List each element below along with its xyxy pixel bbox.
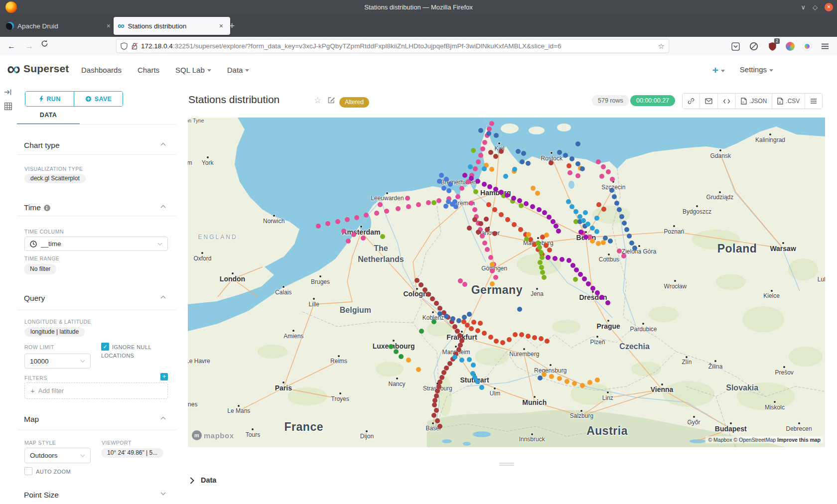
lonlat-value[interactable]: longitude | latitude bbox=[24, 327, 85, 337]
run-button[interactable]: RUN bbox=[25, 92, 74, 106]
map-label: Leeuwarden bbox=[371, 195, 404, 202]
reload-button[interactable] bbox=[41, 40, 54, 53]
row-limit-select[interactable]: 10000 bbox=[24, 354, 91, 369]
time-column-select[interactable]: __time bbox=[24, 237, 168, 251]
bookmark-star-icon[interactable]: ☆ bbox=[658, 42, 665, 51]
nav-charts[interactable]: Charts bbox=[134, 66, 171, 74]
add-new-button[interactable]: + bbox=[712, 64, 725, 76]
city-dot bbox=[416, 288, 418, 290]
extension-circle-icon[interactable] bbox=[748, 40, 760, 52]
station-point bbox=[621, 253, 626, 258]
station-point bbox=[422, 287, 427, 292]
station-point bbox=[450, 316, 455, 321]
station-point bbox=[516, 149, 521, 154]
pocket-icon[interactable] bbox=[729, 40, 741, 52]
station-point bbox=[503, 174, 508, 179]
tab-data[interactable]: DATA bbox=[17, 112, 80, 119]
altered-badge[interactable]: Altered bbox=[339, 97, 369, 108]
station-point bbox=[547, 248, 552, 252]
auto-zoom-checkbox[interactable] bbox=[24, 467, 32, 475]
chevron-down-icon bbox=[80, 360, 85, 363]
settings-menu[interactable]: Settings bbox=[740, 65, 773, 74]
ublock-shield-icon[interactable]: 2 bbox=[766, 40, 778, 52]
extension-pinwheel-icon[interactable] bbox=[801, 40, 813, 52]
window-maximize-button[interactable]: ◇ bbox=[813, 3, 818, 11]
new-tab-button[interactable]: + bbox=[229, 20, 235, 31]
profile-avatar-icon[interactable] bbox=[784, 40, 796, 52]
section-chart-type[interactable]: Chart type bbox=[24, 141, 60, 150]
viewport-value[interactable]: 10° 24' 49.86" | 5... bbox=[101, 448, 163, 458]
datasource-grid-icon[interactable] bbox=[4, 102, 13, 111]
edit-properties-icon[interactable] bbox=[327, 96, 335, 104]
time-range-label: TIME RANGE bbox=[24, 255, 59, 261]
station-point bbox=[493, 275, 498, 280]
nav-data[interactable]: Data bbox=[223, 66, 262, 74]
viz-type-value[interactable]: deck.gl Scatterplot bbox=[24, 174, 86, 183]
city-dot bbox=[638, 245, 640, 247]
mapbox-attribution-link[interactable]: © Mapbox bbox=[708, 437, 732, 443]
osm-attribution-link[interactable]: © OpenStreetMap bbox=[733, 437, 776, 443]
improve-map-link[interactable]: Improve this map bbox=[777, 437, 821, 443]
window-close-button[interactable]: × bbox=[825, 3, 833, 11]
resize-drag-handle[interactable] bbox=[499, 463, 514, 466]
station-point bbox=[563, 153, 568, 158]
export-csv-button[interactable]: .CSV bbox=[772, 94, 805, 109]
station-point bbox=[617, 249, 622, 253]
superset-logo[interactable]: ∞ Superset bbox=[7, 61, 69, 76]
save-button[interactable]: SAVE bbox=[74, 92, 123, 106]
plus-circle-icon bbox=[85, 96, 92, 102]
embed-code-button[interactable] bbox=[717, 94, 735, 109]
map-label: Miskolc bbox=[765, 404, 785, 411]
forward-button[interactable]: → bbox=[23, 40, 36, 53]
station-point bbox=[526, 334, 531, 339]
tab-apache-druid[interactable]: Apache Druid × bbox=[2, 17, 118, 35]
section-map[interactable]: Map bbox=[24, 415, 39, 424]
back-button[interactable]: ← bbox=[5, 40, 18, 53]
station-point bbox=[574, 267, 579, 272]
station-point bbox=[629, 241, 634, 246]
deckgl-scatterplot-map[interactable]: on TynemYorkENGLANDNorwichOxfordLondonCa… bbox=[188, 118, 825, 447]
mapbox-logo[interactable]: m mapbox bbox=[192, 430, 234, 440]
url-bar[interactable]: 172.18.0.4:32251/superset/explore/?form_… bbox=[117, 39, 669, 53]
map-label: Germany bbox=[471, 283, 523, 297]
share-link-button[interactable] bbox=[683, 94, 699, 109]
tab-stations-distribution[interactable]: ∞ Stations distribution × bbox=[114, 17, 230, 35]
tab-close-icon[interactable]: × bbox=[104, 22, 114, 30]
ignore-null-checkbox[interactable]: ✓ bbox=[101, 343, 109, 351]
time-range-value[interactable]: No filter bbox=[24, 264, 56, 274]
city-dot bbox=[596, 336, 598, 338]
section-query[interactable]: Query bbox=[24, 294, 45, 303]
chart-menu-button[interactable] bbox=[805, 94, 822, 109]
data-panel-row[interactable]: Data bbox=[176, 472, 837, 492]
station-point bbox=[444, 314, 449, 319]
add-filter-plus-button[interactable]: + bbox=[160, 373, 168, 380]
menu-hamburger-icon[interactable] bbox=[819, 40, 831, 52]
station-point bbox=[577, 214, 582, 219]
map-style-select[interactable]: Outdoors bbox=[24, 448, 91, 463]
map-label: m bbox=[188, 159, 192, 166]
email-button[interactable] bbox=[699, 94, 717, 109]
add-filter-box[interactable]: + Add filter bbox=[24, 382, 168, 399]
chart-actions-toolbar: .JSON .CSV bbox=[682, 93, 823, 109]
window-minimize-button[interactable]: ∨ bbox=[801, 3, 806, 11]
expand-panel-icon[interactable] bbox=[4, 88, 13, 97]
station-point bbox=[494, 133, 499, 138]
nav-sql-lab[interactable]: SQL Lab bbox=[171, 66, 223, 74]
city-dot bbox=[319, 275, 321, 277]
section-point-size[interactable]: Point Size bbox=[24, 491, 59, 500]
map-label: Munich bbox=[522, 398, 547, 406]
export-json-button[interactable]: .JSON bbox=[735, 94, 772, 109]
tab-close-icon[interactable]: × bbox=[216, 22, 226, 30]
station-point bbox=[507, 337, 512, 342]
station-point bbox=[478, 221, 483, 226]
city-dot bbox=[207, 156, 209, 158]
station-point bbox=[524, 237, 529, 242]
station-point bbox=[606, 169, 611, 174]
section-time[interactable]: Time bbox=[24, 203, 50, 212]
window-title: Stations distribution — Mozilla Firefox bbox=[0, 0, 837, 14]
nav-dashboards[interactable]: Dashboards bbox=[81, 66, 134, 74]
map-label: Győr bbox=[688, 419, 700, 426]
station-point bbox=[461, 319, 466, 324]
favorite-star-icon[interactable]: ☆ bbox=[314, 95, 321, 106]
city-dot bbox=[338, 355, 340, 357]
